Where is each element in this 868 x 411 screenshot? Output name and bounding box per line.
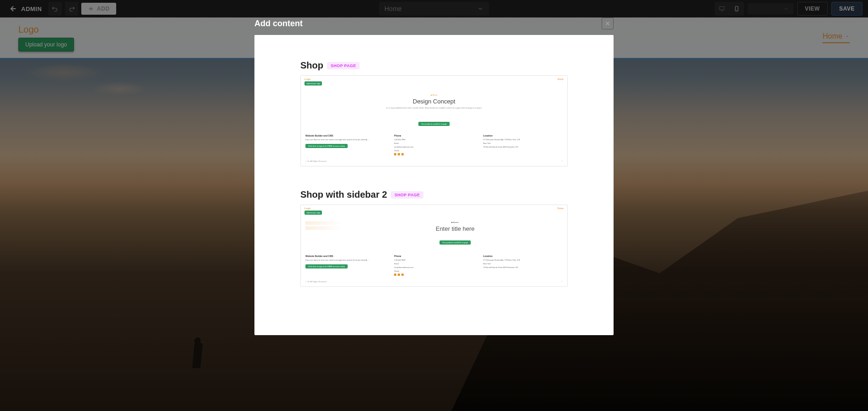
mini-scroll-top-icon: ^ [562,160,563,162]
modal-body: Shop SHOP PAGE Logo Upload your logo Hom… [254,35,614,335]
mini-logo: Logo [304,207,322,210]
mini-main-tag: ■ Home / [348,221,563,223]
template-name: Shop with sidebar 2 [300,189,387,200]
mini-footer-col3-title: Location [483,134,563,137]
mini-copyright: © 14. All Rights Reserved [305,280,327,283]
mini-social-icons [394,153,473,155]
modal-title: Add content [254,19,303,29]
mini-footer-social-label: Social [394,270,473,273]
mini-copyright: © 14. All Rights Reserved [305,160,327,162]
add-content-modal: Add content Shop SHOP PAGE Logo Upload y… [254,13,614,335]
close-icon [604,20,611,27]
mini-footer-email: Jan@loremdomain.com [394,146,473,148]
mini-footer-col2-title: Phone [394,255,473,257]
template-name: Shop [300,60,323,71]
template-badge: SHOP PAGE [327,62,360,69]
mini-hero-tag: ■ Home [310,94,558,96]
mini-footer-email-label: Email [394,263,473,265]
mini-footer-phone: 123.444.7890 [394,259,473,262]
mini-nav: Home [558,207,564,210]
mini-footer-addr1: 27 Oakwood, Harlem Apt. 278 New York, 12… [483,138,563,141]
mini-footer-col1-title: Website Builder and CMS [305,255,385,257]
mini-footer-col3-title: Location [483,255,563,257]
modal-close-button[interactable] [602,17,614,29]
mini-sidebar [305,221,342,245]
mini-footer-col1-title: Website Builder and CMS [305,134,385,137]
mini-footer-col1-text: If you are about to start new content ma… [305,259,385,262]
mini-social-icons [394,274,473,276]
mini-footer-email: Jan@loremdomain.com [394,266,473,269]
mini-footer-social-label: Social [394,149,473,152]
mini-footer-phone: 123.444.7890 [394,138,473,141]
mini-main-title: Enter title here [348,225,563,232]
mini-footer-col1-cta: Click here to sign-in for FREE account, … [305,264,348,268]
mini-footer-addr2: New York [483,263,563,265]
mini-footer-addr2: New York [483,142,563,145]
mini-logo: Logo [304,78,322,80]
mini-upload-btn: Upload your logo [304,81,322,86]
template-section-shop-sidebar-2: Shop with sidebar 2 SHOP PAGE Logo Uploa… [300,189,568,287]
mini-footer-addr3: 74 Harself Islands Suite 460 Rochester, … [483,146,563,148]
mini-footer-col2-title: Phone [394,134,473,137]
mini-cta: Your products would be in page [418,122,450,126]
mini-footer-addr1: 27 Oakwood, Harlem Apt. 278 New York, 12… [483,259,563,262]
template-section-shop: Shop SHOP PAGE Logo Upload your logo Hom… [300,60,568,166]
modal-header: Add content [254,13,614,35]
mini-footer-col1-text: If you are about to start new content ma… [305,138,385,141]
template-card-shop[interactable]: Logo Upload your logo Home ■ Home Design… [300,75,568,166]
mini-footer-addr3: 74 Harself Islands Suite 460 Rochester, … [483,266,563,269]
mini-footer-email-label: Email [394,142,473,145]
mini-scroll-top-icon: ^ [562,280,563,283]
mini-nav: Home [558,78,564,80]
template-badge: SHOP PAGE [391,191,423,199]
mini-hero-title: Design Concept [310,98,558,105]
mini-upload-btn: Upload your logo [304,211,322,215]
template-card-shop-sidebar-2[interactable]: Logo Upload your logo Home ■ Home / Ente… [300,205,568,287]
mini-cta: Your products would be in page [440,240,471,245]
mini-hero-sub: It is a long established fact that a rea… [310,107,558,109]
mini-footer-col1-cta: Click here to sign-in for FREE account, … [305,144,348,148]
